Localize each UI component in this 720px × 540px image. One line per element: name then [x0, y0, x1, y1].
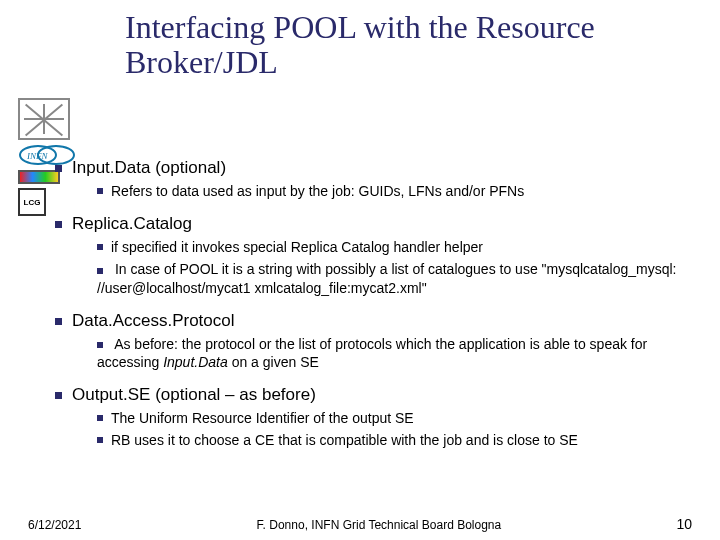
- heading-inputdata: Input.Data (optional): [72, 158, 226, 178]
- heading-outputse: Output.SE (optional – as before): [72, 385, 316, 405]
- svg-text:INFN: INFN: [26, 151, 48, 161]
- footer-page-number: 10: [676, 516, 692, 532]
- bullet-icon: [97, 244, 103, 250]
- grid-bar-logo-icon: [18, 170, 60, 184]
- outputse-sub1: The Uniform Resource Identifier of the o…: [111, 409, 414, 427]
- footer: 6/12/2021 F. Donno, INFN Grid Technical …: [0, 516, 720, 532]
- replica-sub1: if specified it invokes special Replica …: [111, 238, 483, 256]
- section-inputdata: Input.Data (optional) Refers to data use…: [55, 158, 690, 200]
- bullet-icon: [55, 221, 62, 228]
- dap-sub1-b: Input.Data: [163, 354, 228, 370]
- section-outputse: Output.SE (optional – as before) The Uni…: [55, 385, 690, 449]
- slide: Interfacing POOL with the Resource Broke…: [0, 0, 720, 540]
- lcg-logo-label: LCG: [24, 198, 41, 207]
- slide-title: Interfacing POOL with the Resource Broke…: [125, 10, 685, 80]
- footer-date: 6/12/2021: [28, 518, 81, 532]
- dap-sub1-c: on a given SE: [228, 354, 319, 370]
- datagrid-logo-icon: [18, 98, 70, 140]
- bullet-icon: [55, 392, 62, 399]
- bullet-icon: [55, 165, 62, 172]
- section-replica: Replica.Catalog if specified it invokes …: [55, 214, 690, 297]
- outputse-sub2: RB uses it to choose a CE that is compat…: [111, 431, 578, 449]
- heading-dap: Data.Access.Protocol: [72, 311, 235, 331]
- bullet-icon: [97, 415, 103, 421]
- bullet-icon: [97, 188, 103, 194]
- inputdata-sub1: Refers to data used as input by the job:…: [111, 182, 524, 200]
- lcg-logo-icon: LCG: [18, 188, 46, 216]
- heading-replica: Replica.Catalog: [72, 214, 192, 234]
- bullet-icon: [97, 268, 103, 274]
- footer-author: F. Donno, INFN Grid Technical Board Bolo…: [257, 518, 502, 532]
- section-dap: Data.Access.Protocol As before: the prot…: [55, 311, 690, 371]
- slide-body: Input.Data (optional) Refers to data use…: [55, 158, 690, 454]
- bullet-icon: [55, 318, 62, 325]
- bullet-icon: [97, 437, 103, 443]
- bullet-icon: [97, 342, 103, 348]
- replica-sub2: In case of POOL it is a string with poss…: [97, 261, 676, 295]
